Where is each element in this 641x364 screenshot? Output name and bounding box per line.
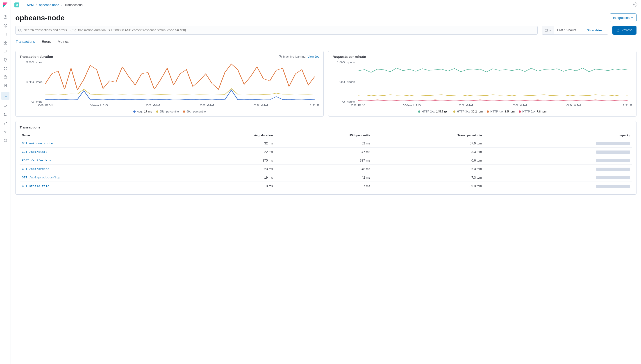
legend-item[interactable]: HTTP 3xx 30.2 rpm bbox=[453, 110, 483, 113]
legend-item[interactable]: HTTP 4xx 8.5 rpm bbox=[487, 110, 515, 113]
svg-text:09 AM: 09 AM bbox=[254, 104, 268, 107]
tpm-cell: 6.3 tpm bbox=[372, 165, 484, 173]
svg-rect-5 bbox=[6, 43, 7, 44]
breadcrumb-current: Transactions bbox=[65, 3, 83, 7]
tab-metrics[interactable]: Metrics bbox=[57, 37, 69, 46]
search-input[interactable] bbox=[24, 28, 535, 32]
tabs: TransactionsErrorsMetrics bbox=[15, 37, 636, 46]
svg-point-21 bbox=[19, 29, 21, 31]
table-title: Transactions bbox=[20, 125, 632, 129]
p95-cell: 48 ms bbox=[275, 165, 372, 173]
legend-item[interactable]: HTTP 5xx 7.8 rpm bbox=[519, 110, 547, 113]
rpm-chart[interactable]: 0 rpm90 rpm180 rpm09 PMWed 1303 AM06 AM0… bbox=[332, 60, 632, 108]
dashboard-icon[interactable] bbox=[3, 40, 8, 45]
svg-text:09 PM: 09 PM bbox=[38, 104, 53, 107]
breadcrumb-service[interactable]: opbeans-node bbox=[39, 3, 59, 7]
legend-item[interactable]: 95th percentile bbox=[156, 110, 179, 113]
breadcrumb-apm[interactable]: APM bbox=[27, 3, 34, 7]
logs-icon[interactable] bbox=[3, 83, 8, 88]
legend-item[interactable]: HTTP 2xx 145.7 rpm bbox=[418, 110, 449, 113]
svg-point-16 bbox=[4, 114, 5, 114]
column-header[interactable]: Name bbox=[20, 132, 185, 139]
date-range-display[interactable]: Last 18 hours Show dates bbox=[554, 26, 608, 34]
svg-rect-4 bbox=[4, 43, 5, 44]
svg-text:03 AM: 03 AM bbox=[146, 104, 160, 107]
avg-duration-cell: 23 ms bbox=[185, 165, 275, 173]
visualize-icon[interactable] bbox=[3, 32, 8, 36]
column-header[interactable]: Trans. per minute bbox=[372, 132, 484, 139]
space-selector[interactable]: D bbox=[15, 2, 19, 8]
avg-duration-cell: 275 ms bbox=[185, 156, 275, 165]
svg-rect-6 bbox=[4, 50, 7, 52]
svg-text:06 AM: 06 AM bbox=[199, 104, 214, 107]
column-header[interactable]: 95th percentile bbox=[275, 132, 372, 139]
recently-viewed-icon[interactable] bbox=[3, 15, 8, 19]
canvas-icon[interactable] bbox=[3, 49, 8, 54]
svg-text:180 rpm: 180 rpm bbox=[336, 61, 355, 64]
p95-cell: 62 ms bbox=[275, 139, 372, 148]
svg-rect-22 bbox=[545, 29, 548, 32]
rpm-panel: Requests per minute 0 rpm90 rpm180 rpm09… bbox=[328, 51, 636, 116]
legend-item[interactable]: Avg. 17 ms bbox=[133, 110, 152, 113]
svg-rect-2 bbox=[4, 41, 5, 42]
svg-text:0 rpm: 0 rpm bbox=[342, 100, 355, 103]
table-row: GET unknown route 32 ms 62 ms 57.9 tpm bbox=[20, 139, 632, 148]
impact-cell bbox=[484, 148, 632, 156]
impact-cell bbox=[484, 182, 632, 190]
svg-point-7 bbox=[5, 59, 6, 60]
tab-errors[interactable]: Errors bbox=[41, 37, 51, 46]
show-dates-link[interactable]: Show dates bbox=[587, 28, 605, 32]
transaction-link[interactable]: GET /api/orders bbox=[22, 168, 49, 171]
page-title: opbeans-node bbox=[15, 14, 65, 22]
global-sidebar bbox=[0, 0, 11, 364]
siem-icon[interactable] bbox=[3, 112, 8, 117]
transaction-duration-panel: Transaction duration Machine learning: V… bbox=[15, 51, 324, 116]
help-icon[interactable] bbox=[279, 55, 282, 58]
infrastructure-icon[interactable] bbox=[3, 75, 8, 79]
p95-cell: 42 ms bbox=[275, 173, 372, 182]
search-icon bbox=[18, 28, 22, 32]
transaction-link[interactable]: GET /api/products/top bbox=[22, 176, 60, 179]
date-picker: Last 18 hours Show dates bbox=[542, 26, 608, 35]
duration-panel-title: Transaction duration bbox=[20, 55, 53, 58]
ml-icon[interactable] bbox=[3, 66, 8, 71]
p95-cell: 7 ms bbox=[275, 182, 372, 190]
refresh-button[interactable]: Refresh bbox=[612, 26, 636, 35]
svg-point-20 bbox=[635, 4, 636, 5]
management-icon[interactable] bbox=[3, 138, 8, 143]
duration-chart[interactable]: 0 ms140 ms280 ms09 PMWed 1303 AM06 AM09 … bbox=[20, 60, 319, 108]
svg-point-18 bbox=[5, 140, 6, 141]
dev-tools-icon[interactable] bbox=[3, 121, 8, 126]
transaction-link[interactable]: GET /api/stats bbox=[22, 150, 47, 154]
help-icon[interactable] bbox=[633, 2, 637, 7]
svg-text:12 P: 12 P bbox=[309, 104, 319, 107]
breadcrumb: APM / opbeans-node / Transactions bbox=[27, 3, 82, 7]
sort-arrow-icon: ↓ bbox=[629, 134, 630, 137]
tab-transactions[interactable]: Transactions bbox=[15, 37, 35, 46]
maps-icon[interactable] bbox=[3, 58, 8, 62]
discover-icon[interactable] bbox=[3, 24, 8, 28]
monitoring-icon[interactable] bbox=[3, 130, 8, 134]
tpm-cell: 39.3 tpm bbox=[372, 182, 484, 190]
svg-text:280 ms: 280 ms bbox=[26, 61, 43, 64]
kibana-logo[interactable] bbox=[0, 0, 11, 10]
view-job-link[interactable]: View Job bbox=[307, 55, 319, 58]
transaction-link[interactable]: GET static file bbox=[22, 184, 49, 188]
transaction-link[interactable]: GET unknown route bbox=[22, 142, 53, 145]
transactions-table: NameAvg. duration95th percentileTrans. p… bbox=[20, 132, 632, 190]
column-header[interactable]: Avg. duration bbox=[185, 132, 275, 139]
rpm-legend: HTTP 2xx 145.7 rpmHTTP 3xx 30.2 rpmHTTP … bbox=[332, 110, 632, 113]
column-header[interactable]: Impact↓ bbox=[484, 132, 632, 139]
avg-duration-cell: 22 ms bbox=[185, 148, 275, 156]
svg-text:0 ms: 0 ms bbox=[31, 100, 43, 103]
legend-item[interactable]: 99th percentile bbox=[183, 110, 206, 113]
search-box[interactable] bbox=[15, 26, 538, 35]
uptime-icon[interactable] bbox=[3, 104, 8, 108]
table-header-row: NameAvg. duration95th percentileTrans. p… bbox=[20, 132, 632, 139]
date-quick-button[interactable] bbox=[542, 26, 554, 34]
svg-text:09 AM: 09 AM bbox=[566, 104, 581, 107]
svg-point-17 bbox=[6, 115, 7, 116]
transaction-link[interactable]: POST /api/orders bbox=[22, 159, 51, 162]
integrations-button[interactable]: Integrations bbox=[610, 14, 636, 22]
apm-icon[interactable] bbox=[1, 92, 10, 100]
